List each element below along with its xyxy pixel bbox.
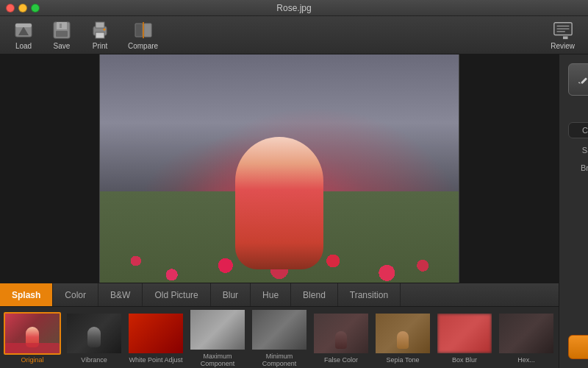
svg-rect-19 xyxy=(581,77,587,84)
thumb-max-comp-img xyxy=(189,308,246,351)
thumb-false-color-label: False Color xyxy=(324,356,358,364)
svg-rect-8 xyxy=(96,22,104,28)
toolbar: Load Save Print xyxy=(0,16,588,54)
thumb-hex-img xyxy=(498,312,555,355)
thumb-false-color[interactable]: False Color xyxy=(312,312,370,364)
saturation-row: Saturation 1 xyxy=(571,146,588,155)
contrast-label: Contrast xyxy=(571,181,588,190)
right-panel: Edit Splash Effect Adjust Current Basic … xyxy=(559,54,588,368)
thumbnail-strip: Original Vibrance White Point Adjust xyxy=(0,306,559,368)
tab-splash[interactable]: Splash xyxy=(0,283,53,306)
save-icon xyxy=(51,20,72,40)
contrast-row: Contrast 1 xyxy=(571,181,588,190)
thumb-vibrance-img xyxy=(65,312,123,355)
svg-rect-5 xyxy=(56,31,68,37)
maximize-button[interactable] xyxy=(31,4,40,13)
thumb-white-point-img xyxy=(127,312,184,355)
compare-label: Compare xyxy=(128,42,158,50)
compare-icon xyxy=(133,20,154,40)
tab-transition[interactable]: Transition xyxy=(338,283,401,306)
review-button[interactable]: Review xyxy=(543,17,582,53)
thumb-sepia-label: Sepia Tone xyxy=(387,356,420,364)
svg-marker-20 xyxy=(578,82,581,84)
thumb-max-comp-label: Maximum Component xyxy=(188,353,247,367)
toggle-current[interactable]: Current xyxy=(569,123,588,138)
load-label: Load xyxy=(15,42,32,50)
tab-old-picture[interactable]: Old Picture xyxy=(143,283,210,306)
save-button[interactable]: Save xyxy=(44,17,79,53)
thumb-sepia-img xyxy=(374,312,431,355)
tab-bar: Splash Color B&W Old Picture Blur Hue Bl… xyxy=(0,283,559,306)
saturation-label: Saturation xyxy=(571,146,588,155)
tab-color[interactable]: Color xyxy=(53,283,98,306)
thumb-min-comp-img xyxy=(251,308,308,351)
print-icon xyxy=(90,20,110,40)
thumb-vibrance-label: Vibrance xyxy=(81,356,107,364)
apply-button[interactable]: Apply xyxy=(568,335,588,359)
edit-splash-button[interactable]: Edit Splash Effect xyxy=(568,63,588,96)
image-container xyxy=(0,54,559,283)
adjust-toggle: Current Basic xyxy=(568,122,588,138)
print-button[interactable]: Print xyxy=(82,17,118,53)
thumb-white-point-label: White Point Adjust xyxy=(129,356,182,364)
brightness-row: Brightness 0 xyxy=(571,163,588,172)
tab-blur[interactable]: Blur xyxy=(211,283,251,306)
tab-hue[interactable]: Hue xyxy=(251,283,291,306)
load-icon xyxy=(13,20,34,40)
thumb-min-comp-label: Minimum Component xyxy=(250,353,309,367)
thumb-original[interactable]: Original xyxy=(3,312,62,364)
tab-blend[interactable]: Blend xyxy=(291,283,338,306)
close-button[interactable] xyxy=(6,4,15,13)
thumb-hex[interactable]: Hex... xyxy=(497,312,556,364)
thumb-original-label: Original xyxy=(21,356,43,364)
titlebar: Rose.jpg xyxy=(0,0,588,16)
load-button[interactable]: Load xyxy=(6,17,41,53)
svg-rect-12 xyxy=(144,24,151,37)
thumb-vibrance[interactable]: Vibrance xyxy=(65,312,123,364)
main-image xyxy=(99,54,459,283)
review-label: Review xyxy=(551,42,575,50)
minimize-button[interactable] xyxy=(18,4,27,13)
compare-button[interactable]: Compare xyxy=(121,17,165,53)
save-label: Save xyxy=(54,42,71,50)
thumb-box-blur[interactable]: Box Blur xyxy=(435,312,494,364)
svg-rect-2 xyxy=(15,24,32,27)
main-area: Splash Color B&W Old Picture Blur Hue Bl… xyxy=(0,54,588,368)
thumb-box-blur-img xyxy=(436,312,493,355)
sliders-section: Saturation 1 Brightness 0 Contrast xyxy=(568,146,588,190)
thumb-original-img xyxy=(4,312,61,355)
svg-rect-9 xyxy=(96,32,104,38)
adjust-title: Adjust xyxy=(568,103,588,115)
svg-marker-18 xyxy=(563,36,568,39)
tab-bw[interactable]: B&W xyxy=(98,283,143,306)
review-icon xyxy=(553,20,573,40)
window-title: Rose.jpg xyxy=(276,3,311,13)
svg-rect-6 xyxy=(60,24,62,28)
image-panel: Splash Color B&W Old Picture Blur Hue Bl… xyxy=(0,54,559,368)
print-label: Print xyxy=(93,42,108,50)
pencil-icon xyxy=(578,74,588,85)
thumb-hex-label: Hex... xyxy=(517,356,535,364)
thumb-white-point[interactable]: White Point Adjust xyxy=(126,312,185,364)
thumb-max-comp[interactable]: Maximum Component xyxy=(188,308,247,367)
brightness-label: Brightness xyxy=(571,163,588,172)
svg-point-10 xyxy=(104,29,106,31)
thumb-false-color-img xyxy=(312,312,370,355)
thumb-min-comp[interactable]: Minimum Component xyxy=(250,308,309,367)
window-controls xyxy=(6,4,40,13)
thumb-box-blur-label: Box Blur xyxy=(452,356,477,364)
thumb-sepia[interactable]: Sepia Tone xyxy=(373,312,432,364)
svg-rect-11 xyxy=(135,24,143,37)
